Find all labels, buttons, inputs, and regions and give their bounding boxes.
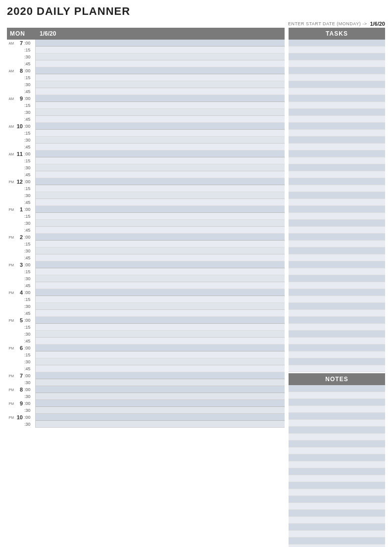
- time-slot[interactable]: [36, 421, 285, 428]
- task-row[interactable]: [289, 303, 385, 310]
- time-slot[interactable]: [36, 123, 285, 130]
- task-row[interactable]: [289, 150, 385, 157]
- task-row[interactable]: [289, 324, 385, 331]
- note-row[interactable]: [289, 399, 385, 406]
- time-slot[interactable]: [36, 178, 285, 185]
- time-slot[interactable]: [36, 345, 285, 351]
- note-row[interactable]: [289, 454, 385, 461]
- time-slot[interactable]: [36, 116, 285, 123]
- time-slot[interactable]: [36, 248, 285, 254]
- note-row[interactable]: [289, 413, 385, 420]
- time-slot[interactable]: [36, 310, 285, 317]
- task-row[interactable]: [289, 137, 385, 144]
- note-row[interactable]: [289, 503, 385, 510]
- task-row[interactable]: [289, 338, 385, 345]
- task-row[interactable]: [289, 296, 385, 303]
- time-slot[interactable]: [36, 324, 285, 331]
- task-row[interactable]: [289, 81, 385, 88]
- task-row[interactable]: [289, 261, 385, 268]
- time-slot[interactable]: [36, 150, 285, 157]
- task-row[interactable]: [289, 157, 385, 164]
- task-row[interactable]: [289, 164, 385, 171]
- time-slot[interactable]: [36, 137, 285, 144]
- note-row[interactable]: [289, 385, 385, 392]
- time-slot[interactable]: [36, 88, 285, 95]
- note-row[interactable]: [289, 475, 385, 482]
- time-slot[interactable]: [36, 254, 285, 261]
- note-row[interactable]: [289, 441, 385, 448]
- time-slot[interactable]: [36, 67, 285, 74]
- task-row[interactable]: [289, 95, 385, 102]
- task-row[interactable]: [289, 102, 385, 109]
- task-row[interactable]: [289, 275, 385, 282]
- time-slot[interactable]: [36, 372, 285, 379]
- time-slot[interactable]: [36, 157, 285, 164]
- task-row[interactable]: [289, 185, 385, 192]
- time-slot[interactable]: [36, 164, 285, 171]
- time-slot[interactable]: [36, 81, 285, 88]
- time-slot[interactable]: [36, 261, 285, 268]
- task-row[interactable]: [289, 331, 385, 338]
- task-row[interactable]: [289, 358, 385, 365]
- time-slot[interactable]: [36, 365, 285, 372]
- note-row[interactable]: [289, 468, 385, 475]
- time-slot[interactable]: [36, 241, 285, 248]
- task-row[interactable]: [289, 88, 385, 95]
- time-slot[interactable]: [36, 220, 285, 227]
- note-row[interactable]: [289, 461, 385, 468]
- time-slot[interactable]: [36, 407, 285, 414]
- note-row[interactable]: [289, 496, 385, 503]
- time-slot[interactable]: [36, 199, 285, 206]
- task-row[interactable]: [289, 130, 385, 137]
- task-row[interactable]: [289, 234, 385, 241]
- time-slot[interactable]: [36, 400, 285, 407]
- task-row[interactable]: [289, 40, 385, 47]
- time-slot[interactable]: [36, 206, 285, 213]
- task-row[interactable]: [289, 365, 385, 372]
- task-row[interactable]: [289, 178, 385, 185]
- time-slot[interactable]: [36, 227, 285, 234]
- time-slot[interactable]: [36, 192, 285, 199]
- task-row[interactable]: [289, 109, 385, 116]
- note-row[interactable]: [289, 545, 385, 547]
- task-row[interactable]: [289, 67, 385, 74]
- time-slot[interactable]: [36, 144, 285, 150]
- time-slot[interactable]: [36, 60, 285, 67]
- task-row[interactable]: [289, 241, 385, 248]
- note-row[interactable]: [289, 420, 385, 427]
- time-slot[interactable]: [36, 53, 285, 60]
- note-row[interactable]: [289, 538, 385, 545]
- task-row[interactable]: [289, 351, 385, 358]
- time-slot[interactable]: [36, 40, 285, 47]
- task-row[interactable]: [289, 317, 385, 324]
- task-row[interactable]: [289, 123, 385, 130]
- time-slot[interactable]: [36, 303, 285, 310]
- task-row[interactable]: [289, 310, 385, 317]
- time-slot[interactable]: [36, 268, 285, 275]
- note-row[interactable]: [289, 524, 385, 531]
- note-row[interactable]: [289, 531, 385, 538]
- time-slot[interactable]: [36, 275, 285, 282]
- time-slot[interactable]: [36, 331, 285, 338]
- time-slot[interactable]: [36, 386, 285, 393]
- note-row[interactable]: [289, 489, 385, 496]
- task-row[interactable]: [289, 282, 385, 289]
- task-row[interactable]: [289, 254, 385, 261]
- task-row[interactable]: [289, 206, 385, 213]
- task-row[interactable]: [289, 289, 385, 296]
- time-slot[interactable]: [36, 109, 285, 116]
- note-row[interactable]: [289, 510, 385, 517]
- task-row[interactable]: [289, 192, 385, 199]
- task-row[interactable]: [289, 74, 385, 81]
- task-row[interactable]: [289, 60, 385, 67]
- time-slot[interactable]: [36, 102, 285, 109]
- start-date-value[interactable]: 1/6/20: [370, 21, 385, 27]
- task-row[interactable]: [289, 345, 385, 351]
- time-slot[interactable]: [36, 338, 285, 345]
- time-slot[interactable]: [36, 317, 285, 324]
- note-row[interactable]: [289, 427, 385, 434]
- time-slot[interactable]: [36, 95, 285, 102]
- task-row[interactable]: [289, 144, 385, 150]
- time-slot[interactable]: [36, 213, 285, 220]
- task-row[interactable]: [289, 268, 385, 275]
